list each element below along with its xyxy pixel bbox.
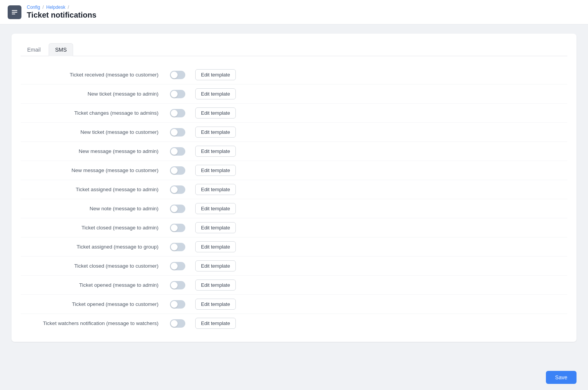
toggle-9[interactable] (170, 224, 185, 232)
toggle-10[interactable] (170, 243, 185, 251)
breadcrumb-separator-1: / (42, 5, 44, 10)
btn-area-13: Edit template (189, 299, 243, 310)
notification-label-10: Ticket assigned (message to group) (21, 244, 166, 250)
toggle-area-9 (166, 224, 189, 232)
notification-label-3: Ticket changes (message to admins) (21, 110, 166, 116)
toggle-6[interactable] (170, 166, 185, 175)
toggle-7[interactable] (170, 185, 185, 194)
notification-label-7: Ticket assigned (message to admin) (21, 187, 166, 192)
notification-label-1: Ticket received (message to customer) (21, 72, 166, 78)
notification-row-5: New message (message to admin)Edit templ… (21, 142, 567, 161)
toggle-area-3 (166, 109, 189, 117)
toggle-area-10 (166, 243, 189, 251)
toggle-13[interactable] (170, 300, 185, 309)
notification-row-13: Ticket opened (message to customer)Edit … (21, 295, 567, 314)
toggle-area-12 (166, 281, 189, 289)
edit-template-button-1[interactable]: Edit template (195, 69, 236, 80)
notification-label-13: Ticket opened (message to customer) (21, 301, 166, 307)
main-card: Email SMS Ticket received (message to cu… (11, 34, 577, 342)
page-title: Ticket notifications (27, 11, 96, 20)
notifications-list: Ticket received (message to customer)Edi… (21, 65, 567, 333)
notification-row-2: New ticket (message to admin)Edit templa… (21, 84, 567, 104)
header-text: Config / Helpdesk / Ticket notifications (27, 5, 96, 20)
notification-label-9: Ticket closed (message to admin) (21, 225, 166, 231)
notification-label-5: New message (message to admin) (21, 148, 166, 154)
toggle-area-8 (166, 205, 189, 213)
notification-row-6: New message (message to customer)Edit te… (21, 161, 567, 180)
toggle-area-6 (166, 166, 189, 175)
btn-area-3: Edit template (189, 107, 243, 119)
toggle-area-5 (166, 147, 189, 156)
toggle-area-7 (166, 185, 189, 194)
svg-rect-2 (12, 13, 15, 14)
notification-row-11: Ticket closed (message to customer)Edit … (21, 257, 567, 276)
toggle-3[interactable] (170, 109, 185, 117)
btn-area-11: Edit template (189, 260, 243, 271)
edit-template-button-9[interactable]: Edit template (195, 222, 236, 233)
notification-row-1: Ticket received (message to customer)Edi… (21, 65, 567, 84)
notification-row-10: Ticket assigned (message to group)Edit t… (21, 237, 567, 257)
notification-label-11: Ticket closed (message to customer) (21, 263, 166, 269)
toggle-area-13 (166, 300, 189, 309)
notification-label-14: Ticket watchers notification (message to… (21, 320, 166, 326)
footer-actions: Save (0, 365, 588, 390)
btn-area-12: Edit template (189, 280, 243, 291)
notification-row-9: Ticket closed (message to admin)Edit tem… (21, 218, 567, 237)
toggle-area-2 (166, 90, 189, 98)
notification-row-14: Ticket watchers notification (message to… (21, 314, 567, 333)
app-layout: Config / Helpdesk / Ticket notifications… (0, 0, 588, 390)
edit-template-button-12[interactable]: Edit template (195, 280, 236, 291)
notification-row-4: New ticket (message to customer)Edit tem… (21, 123, 567, 142)
edit-template-button-14[interactable]: Edit template (195, 318, 236, 329)
toggle-11[interactable] (170, 262, 185, 270)
menu-button[interactable] (8, 5, 21, 19)
notification-label-2: New ticket (message to admin) (21, 91, 166, 97)
edit-template-button-13[interactable]: Edit template (195, 299, 236, 310)
tabs: Email SMS (21, 43, 567, 56)
toggle-2[interactable] (170, 90, 185, 98)
edit-template-button-4[interactable]: Edit template (195, 127, 236, 138)
btn-area-8: Edit template (189, 203, 243, 214)
toggle-12[interactable] (170, 281, 185, 289)
edit-template-button-8[interactable]: Edit template (195, 203, 236, 214)
toggle-area-1 (166, 71, 189, 79)
breadcrumb-separator-2: / (68, 5, 69, 10)
btn-area-14: Edit template (189, 318, 243, 329)
breadcrumb: Config / Helpdesk / (27, 5, 96, 10)
notification-row-7: Ticket assigned (message to admin)Edit t… (21, 180, 567, 199)
notification-label-6: New message (message to customer) (21, 167, 166, 173)
breadcrumb-helpdesk[interactable]: Helpdesk (46, 5, 65, 10)
tab-sms[interactable]: SMS (49, 43, 73, 56)
notification-label-4: New ticket (message to customer) (21, 129, 166, 135)
notification-row-8: New note (message to admin)Edit template (21, 199, 567, 218)
edit-template-button-2[interactable]: Edit template (195, 88, 236, 99)
toggle-5[interactable] (170, 147, 185, 156)
toggle-4[interactable] (170, 128, 185, 136)
notification-row-12: Ticket opened (message to admin)Edit tem… (21, 276, 567, 295)
btn-area-2: Edit template (189, 88, 243, 99)
edit-template-button-6[interactable]: Edit template (195, 165, 236, 176)
svg-rect-0 (12, 10, 17, 11)
edit-template-button-11[interactable]: Edit template (195, 260, 236, 271)
edit-template-button-5[interactable]: Edit template (195, 146, 236, 157)
notification-label-12: Ticket opened (message to admin) (21, 282, 166, 288)
toggle-8[interactable] (170, 205, 185, 213)
edit-template-button-7[interactable]: Edit template (195, 184, 236, 195)
notification-label-8: New note (message to admin) (21, 206, 166, 211)
content-area: Email SMS Ticket received (message to cu… (0, 24, 588, 365)
tab-email[interactable]: Email (21, 43, 47, 56)
top-bar: Config / Helpdesk / Ticket notifications (0, 0, 588, 24)
svg-rect-1 (12, 12, 17, 13)
edit-template-button-10[interactable]: Edit template (195, 241, 236, 252)
toggle-area-11 (166, 262, 189, 270)
save-button[interactable]: Save (546, 371, 577, 384)
notification-row-3: Ticket changes (message to admins)Edit t… (21, 104, 567, 123)
btn-area-10: Edit template (189, 241, 243, 252)
toggle-14[interactable] (170, 319, 185, 328)
toggle-1[interactable] (170, 71, 185, 79)
btn-area-6: Edit template (189, 165, 243, 176)
btn-area-9: Edit template (189, 222, 243, 233)
breadcrumb-config[interactable]: Config (27, 5, 40, 10)
edit-template-button-3[interactable]: Edit template (195, 107, 236, 119)
btn-area-5: Edit template (189, 146, 243, 157)
